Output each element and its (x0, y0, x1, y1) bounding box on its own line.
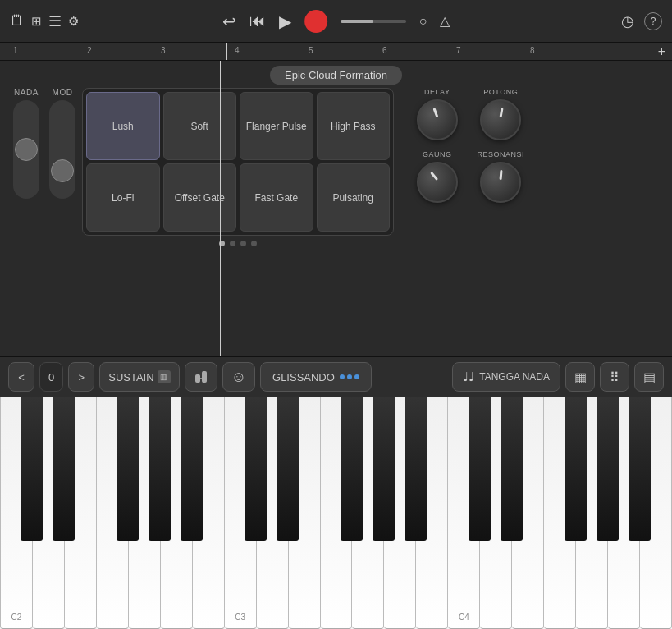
black-key-Gsharp3[interactable] (373, 397, 394, 541)
black-key-Asharp4[interactable] (629, 397, 650, 541)
timeline-mark-2: 2 (87, 46, 92, 55)
black-key-Fsharp3[interactable] (341, 397, 362, 541)
circle-icon: ○ (419, 14, 427, 29)
dot-4[interactable] (251, 241, 257, 246)
gdot-1 (340, 374, 345, 379)
clock-icon[interactable]: ◷ (621, 12, 634, 30)
tangga-label: TANGGA NADA (479, 371, 550, 383)
timeline-ruler: 1 2 3 4 5 6 7 8 (7, 43, 665, 60)
view-buttons: ▦ ⠿ ▤ (565, 362, 664, 392)
sliders-row: NADA MOD (13, 88, 75, 199)
timeline-playhead (226, 43, 227, 60)
gaung-knob[interactable] (417, 162, 458, 203)
toolbar: 🗒 ⊞ ☰ ⚙ ↩ ⏮ ▶ ○ △ ◷ ? (0, 0, 672, 43)
nada-slider-container: NADA (13, 88, 39, 199)
arp-icon (194, 370, 208, 384)
mod-label: MOD (53, 88, 73, 97)
toolbar-center: ↩ ⏮ ▶ ○ △ (222, 10, 450, 33)
preset-offset-gate[interactable]: Offset Gate (163, 163, 237, 232)
timeline-mark-3: 3 (161, 46, 166, 55)
piano-section: C2C3C4 (0, 397, 672, 629)
record-button[interactable] (304, 10, 327, 33)
timeline-mark-6: 6 (382, 46, 387, 55)
dot-1[interactable] (219, 241, 225, 246)
potong-knob-container: POTONG (478, 88, 525, 140)
timeline-mark-8: 8 (530, 46, 535, 55)
preset-soft[interactable]: Soft (163, 92, 237, 160)
grid-view-button[interactable]: ▦ (565, 362, 595, 392)
dot-2[interactable] (230, 241, 235, 246)
controls-bar: < 0 > SUSTAIN ▥ ☺ GLISSANDO ♩♩ TANGGA NA… (0, 356, 672, 397)
undo-icon[interactable]: ↩ (222, 11, 236, 31)
toolbar-right: ◷ ? (621, 12, 662, 30)
next-button[interactable]: > (68, 362, 94, 392)
mod-slider-container: MOD (49, 88, 75, 199)
gaung-label: GAUNG (423, 150, 452, 158)
list-view-button[interactable]: ▤ (634, 362, 664, 392)
sliders-section: NADA MOD (13, 88, 75, 199)
rewind-button[interactable]: ⏮ (249, 11, 266, 30)
black-key-Gsharp2[interactable] (149, 397, 170, 541)
black-key-Csharp4[interactable] (469, 397, 490, 541)
tangga-nada-button[interactable]: ♩♩ TANGGA NADA (452, 362, 560, 392)
svg-rect-0 (195, 374, 200, 383)
glissando-label: GLISSANDO (272, 371, 335, 383)
black-key-Csharp2[interactable] (21, 397, 42, 541)
add-track-button[interactable]: + (658, 44, 665, 59)
potong-label: POTONG (483, 88, 518, 96)
timeline-mark-4: 4 (235, 46, 240, 55)
main-area: Epic Cloud Formation NADA MOD (0, 61, 672, 356)
delay-knob-container: DELAY (414, 88, 461, 140)
volume-slider[interactable] (341, 20, 406, 23)
black-key-Fsharp2[interactable] (117, 397, 138, 541)
track-label: Epic Cloud Formation (270, 66, 402, 85)
knobs-section: DELAY POTONG GAUNG RESONANSI (414, 88, 524, 203)
gaung-knob-container: GAUNG (414, 150, 461, 203)
black-key-Asharp2[interactable] (181, 397, 202, 541)
svg-rect-1 (202, 371, 207, 383)
help-icon[interactable]: ? (644, 12, 662, 30)
preset-lo-fi[interactable]: Lo-Fi (86, 163, 160, 232)
metronome-icon[interactable]: △ (440, 13, 450, 29)
document-icon[interactable]: 🗒 (10, 12, 25, 30)
dots-view-button[interactable]: ⠿ (600, 362, 629, 392)
preset-fast-gate[interactable]: Fast Gate (240, 163, 313, 232)
black-key-Asharp3[interactable] (405, 397, 426, 541)
delay-knob[interactable] (417, 99, 458, 140)
dot-3[interactable] (240, 241, 246, 246)
mod-slider[interactable] (49, 100, 75, 199)
preset-high-pass[interactable]: High Pass (317, 92, 391, 160)
potong-knob[interactable] (480, 99, 521, 140)
black-key-Dsharp2[interactable] (53, 397, 74, 541)
black-key-Dsharp4[interactable] (501, 397, 522, 541)
resonansi-label: RESONANSI (478, 150, 525, 158)
delay-label: DELAY (424, 88, 450, 96)
content-layout: NADA MOD L (0, 85, 672, 356)
black-key-Fsharp4[interactable] (565, 397, 586, 541)
glissando-button[interactable]: GLISSANDO (260, 362, 372, 392)
timeline-mark-7: 7 (456, 46, 461, 55)
black-key-Gsharp4[interactable] (597, 397, 618, 541)
sustain-label: SUSTAIN (108, 371, 153, 383)
note-icon: ♩♩ (463, 370, 474, 384)
resonansi-knob[interactable] (480, 162, 521, 203)
black-key-Csharp3[interactable] (245, 397, 266, 541)
gdot-2 (347, 374, 352, 379)
preset-lush[interactable]: Lush (86, 92, 160, 160)
black-key-Dsharp3[interactable] (277, 397, 298, 541)
sustain-button[interactable]: SUSTAIN ▥ (99, 362, 179, 392)
nada-thumb (15, 138, 38, 161)
arp-button[interactable] (185, 362, 217, 392)
preset-grid: Lush Soft Flanger Pulse High Pass Lo-Fi (82, 88, 394, 236)
sliders-icon[interactable]: ⚙ (68, 14, 79, 29)
nada-slider[interactable] (13, 100, 39, 199)
preset-flanger-pulse[interactable]: Flanger Pulse (240, 92, 313, 160)
emoji-button[interactable]: ☺ (222, 362, 255, 392)
preset-pulsating[interactable]: Pulsating (317, 163, 391, 232)
play-button[interactable]: ▶ (279, 11, 291, 31)
layout-icon[interactable]: ⊞ (31, 14, 42, 29)
piano-keys: C2C3C4 (0, 397, 672, 629)
prev-button[interactable]: < (8, 362, 34, 392)
list-icon[interactable]: ☰ (48, 12, 62, 30)
resonansi-knob-container: RESONANSI (478, 150, 525, 203)
